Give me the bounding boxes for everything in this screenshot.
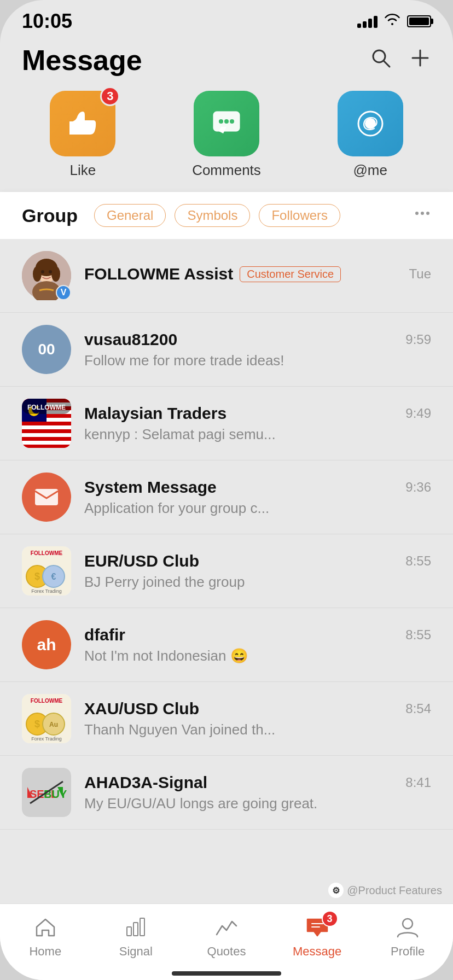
chat-time: 8:55 [405,627,431,643]
chat-name-row: EUR/USD Club 8:55 [84,552,431,570]
search-icon[interactable] [370,47,392,74]
tab-profile[interactable]: Profile [362,913,453,959]
add-icon[interactable] [409,47,431,74]
svg-point-6 [219,119,223,124]
tab-quotes-label: Quotes [207,944,246,959]
chat-preview: My EU/GU/AU longs are going great. [84,795,317,812]
chat-item-ahad3a-signal[interactable]: SELL BUY AHAD3A-Signal 8:41 My EU/GU/AU … [0,756,453,830]
chat-preview: Thanh Nguyen Van joined th... [84,721,275,738]
comments-label: Comments [192,162,261,179]
message-badge-count: 3 [322,911,338,927]
chat-preview: Not I'm not Indonesian 😄 [84,648,248,664]
avatar-eur-usd-club: FOLLOWME $ € Forex Trading [22,546,71,596]
chat-name: Malaysian Traders [84,404,226,423]
svg-rect-38 [22,445,71,448]
svg-rect-35 [22,433,71,437]
group-tag-general[interactable]: General [94,204,166,227]
svg-line-1 [384,61,390,67]
chat-name: dfafir [84,626,125,644]
phone-frame: 10:05 Message [0,0,453,980]
quick-action-like[interactable]: 3 Like [28,91,137,179]
chat-time: 8:55 [405,553,431,569]
svg-point-20 [33,266,42,282]
svg-rect-67 [133,923,138,936]
chat-item-vusau[interactable]: 00 vusau81200 9:59 Follow me for more tr… [0,313,453,387]
chat-name: AHAD3A-Signal [84,773,207,792]
chat-name: System Message [84,478,217,497]
svg-text:Au: Au [49,721,58,728]
atme-icon-container: @ [338,91,403,156]
group-label: Group [22,205,78,226]
avatar-malaysian-traders: FOLLOWME [22,399,71,448]
chat-name-row: System Message 9:36 [84,478,431,497]
tab-bar: Home Signal Quotes [0,903,453,980]
svg-point-23 [49,270,52,273]
chat-content-followme-assist: FOLLOWME Assist Customer Service Tue [84,265,431,287]
chat-item-malaysian-traders[interactable]: FOLLOWME Malaysian Traders 9:49 kennyp :… [0,387,453,460]
avatar-ahad3a-signal: SELL BUY [22,768,71,817]
like-badge: 3 [100,86,120,106]
watermark: ⚙ @Product Features [328,883,442,898]
home-indicator [172,971,281,976]
svg-point-15 [426,212,429,215]
chat-time: 9:59 [405,332,431,347]
chat-content-eur-usd-club: EUR/USD Club 8:55 BJ Perry joined the gr… [84,552,431,591]
chat-item-dfafir[interactable]: ah dfafir 8:55 Not I'm not Indonesian 😄 [0,608,453,682]
chat-name: EUR/USD Club [84,552,199,570]
tab-message[interactable]: 3 Message [272,913,363,959]
profile-icon [396,915,420,941]
header-actions [370,47,431,74]
chat-name: vusau81200 [84,330,177,349]
chat-content-system-message: System Message 9:36 Application for your… [84,478,431,517]
chat-time: Tue [409,266,431,282]
status-bar: 10:05 [0,0,453,33]
svg-text:FOLLOWME: FOLLOWME [27,404,66,411]
chat-name-row: Malaysian Traders 9:49 [84,404,431,423]
group-tag-symbols[interactable]: Symbols [175,204,250,227]
chat-item-eur-usd-club[interactable]: FOLLOWME $ € Forex Trading EUR/USD Club … [0,534,453,608]
status-icons [357,13,431,30]
followme-logo: ⚙ [328,883,344,898]
more-options-icon[interactable] [414,205,431,226]
quick-action-atme[interactable]: @ @me [316,91,425,179]
tab-quotes[interactable]: Quotes [181,913,272,959]
quotes-icon [214,915,239,941]
svg-text:BUY: BUY [44,788,67,800]
tab-home[interactable]: Home [0,913,91,959]
watermark-text: @Product Features [347,884,442,897]
group-tag-followers[interactable]: Followers [259,204,340,227]
svg-rect-37 [22,441,71,445]
wifi-icon [384,13,400,30]
chat-content-vusau: vusau81200 9:59 Follow me for more trade… [84,330,431,369]
tab-message-label: Message [293,944,341,959]
atme-label: @me [353,162,387,179]
quick-action-comments[interactable]: Comments [172,91,281,179]
svg-text:FOLLOWME: FOLLOWME [31,550,63,556]
svg-text:€: € [51,572,56,581]
group-row: Group General Symbols Followers [0,192,453,239]
svg-point-71 [403,919,413,929]
chat-preview: BJ Perry joined the group [84,574,245,590]
svg-text:FOLLOWME: FOLLOWME [31,698,63,704]
page-title: Message [22,44,142,77]
svg-rect-36 [22,437,71,441]
avatar-system-message [22,472,71,522]
signal-icon [124,915,148,941]
tab-signal[interactable]: Signal [91,913,182,959]
avatar-text: ah [37,635,56,654]
chat-item-xau-usd-club[interactable]: FOLLOWME $ Au Forex Trading XAU/USD Club… [0,682,453,756]
chat-preview: Application for your group c... [84,500,269,516]
customer-service-badge: Customer Service [240,266,341,282]
quick-actions: 3 Like Comments [0,85,453,192]
svg-rect-33 [22,425,71,429]
status-time: 10:05 [22,10,72,33]
chat-content-malaysian-traders: Malaysian Traders 9:49 kennyp : Selamat … [84,404,431,443]
svg-point-21 [51,266,60,282]
comments-icon-container [194,91,259,156]
chat-item-followme-assist[interactable]: V FOLLOWME Assist Customer Service Tue [0,239,453,313]
chat-name-row: XAU/USD Club 8:54 [84,699,431,718]
svg-point-8 [230,119,234,124]
chat-item-system-message[interactable]: System Message 9:36 Application for your… [0,460,453,534]
svg-rect-34 [22,429,71,433]
tab-profile-label: Profile [391,944,425,959]
